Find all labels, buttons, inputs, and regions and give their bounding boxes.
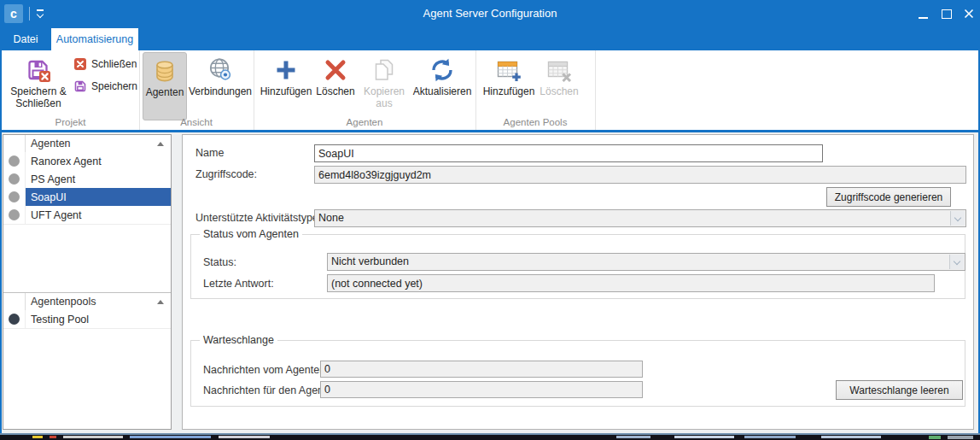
save-and-close-button[interactable]: Speichern &Schließen [6, 52, 71, 120]
save-icon [73, 79, 87, 93]
ribbon-group-projekt: Speichern &Schließen Schließen Speichern… [2, 50, 140, 130]
refresh-agents-button[interactable]: Aktualisieren [411, 52, 473, 120]
agent-row-ranorex[interactable]: Ranorex Agent [3, 152, 171, 171]
group-label-projekt: Projekt [2, 117, 139, 127]
agent-row-ps[interactable]: PS Agent [3, 170, 171, 189]
close-button[interactable] [958, 1, 980, 26]
app-window: c Agent Server Configuration Datei Autom… [0, 0, 980, 440]
add-pool-label: Hinzufügen [483, 86, 535, 98]
ribbon-group-ansicht: Agenten Verbindungen Ansicht [139, 50, 254, 130]
agent-row-soapui[interactable]: SoapUI [3, 188, 171, 207]
delete-agent-button[interactable]: Löschen [314, 52, 357, 120]
add-agent-label: Hinzufügen [260, 86, 312, 98]
agents-list-header-label: Agenten [26, 138, 157, 150]
connections-globe-icon [207, 56, 234, 84]
agents-side-panel: Agenten Ranorex Agent PS Agent SoapUI UF… [3, 134, 172, 430]
window-border-left [0, 0, 2, 435]
chevron-down-icon [949, 255, 964, 269]
queue-group-legend: Warteschlange [200, 334, 277, 346]
close-project-button[interactable]: Schließen [73, 56, 137, 73]
delete-x-icon [322, 56, 349, 84]
chevron-down-icon[interactable] [950, 211, 965, 226]
taskbar-fragment [130, 436, 211, 438]
access-code-input[interactable] [314, 166, 966, 184]
messages-from-agent-label: Nachrichten vom Agenten: [203, 364, 329, 376]
pool-row-label: Testing Pool [26, 310, 171, 328]
agents-view-button[interactable]: Agenten [143, 52, 187, 120]
maximize-button[interactable] [936, 1, 958, 26]
copy-from-button: Kopierenaus [359, 52, 409, 120]
copy-from-label-line2: aus [376, 97, 392, 109]
tab-datei[interactable]: Datei [3, 28, 48, 50]
ribbon-group-agenten-pools: Hinzufügen Löschen Agenten Pools [475, 50, 596, 130]
agent-row-label: UFT Agent [26, 206, 171, 224]
taskbar-fragment [929, 436, 941, 439]
taskbar-fragment [50, 436, 56, 438]
agents-list-header[interactable]: Agenten [3, 135, 171, 153]
generate-access-code-button[interactable]: Zugriffscode generieren [826, 187, 951, 207]
taskbar-fragment [63, 436, 123, 438]
refresh-icon [429, 56, 456, 84]
activity-types-dropdown[interactable]: None [314, 209, 966, 227]
status-label: Status: [203, 256, 236, 268]
clear-queue-button[interactable]: Warteschlange leeren [836, 380, 963, 400]
last-answer-label: Letzte Antwort: [203, 278, 274, 290]
agent-row-uft[interactable]: UFT Agent [3, 206, 171, 225]
agent-row-label: SoapUI [26, 188, 171, 206]
name-label: Name [195, 147, 224, 159]
agent-status-icon [9, 191, 20, 202]
agent-row-label: Ranorex Agent [26, 152, 171, 170]
agent-row-label: PS Agent [26, 170, 171, 188]
save-project-label: Speichern [91, 80, 137, 92]
pool-status-icon [9, 314, 20, 325]
add-plus-icon [272, 56, 300, 84]
taskbar-fragment [219, 436, 270, 438]
clear-queue-label: Warteschlange leeren [849, 384, 948, 396]
group-label-ansicht: Ansicht [139, 117, 254, 127]
status-column-header [3, 135, 26, 152]
status-value: Nicht verbunden [331, 254, 409, 270]
window-title: Agent Server Configuration [0, 0, 980, 27]
generate-access-code-label: Zugriffscode generieren [835, 191, 943, 203]
access-code-label: Zugriffscode: [195, 168, 257, 180]
connections-view-label: Verbindungen [189, 86, 252, 98]
taskbar-fragment [948, 436, 973, 439]
activity-types-value: None [318, 210, 344, 226]
table-delete-icon [545, 56, 573, 84]
pools-list-header[interactable]: Agentenpools [3, 292, 171, 311]
add-pool-button[interactable]: Hinzufügen [481, 52, 536, 120]
taskbar-fragment [616, 436, 650, 438]
messages-from-agent-input [320, 361, 643, 378]
agent-status-icon [9, 173, 20, 185]
group-label-agenten: Agenten [254, 117, 475, 127]
status-column-header [3, 293, 26, 310]
pool-row-testing[interactable]: Testing Pool [3, 310, 171, 329]
save-project-button[interactable]: Speichern [73, 78, 137, 95]
maximize-icon [942, 9, 952, 19]
sort-ascending-icon [157, 142, 164, 146]
queue-group: Warteschlange Nachrichten vom Agenten: N… [190, 340, 965, 407]
add-agent-button[interactable]: Hinzufügen [260, 52, 312, 120]
close-project-icon [73, 57, 87, 71]
tab-automatisierung[interactable]: Automatisierung [51, 28, 138, 50]
taskbar-fragment [32, 436, 43, 438]
agent-detail-panel: Name Zugriffscode: Zugriffscode generier… [182, 134, 974, 430]
sort-ascending-icon [157, 300, 164, 304]
status-dropdown: Nicht verbunden [327, 253, 965, 271]
delete-pool-button: Löschen [539, 52, 580, 120]
titlebar[interactable]: c Agent Server Configuration Datei Autom… [0, 0, 980, 50]
minimize-icon [919, 17, 928, 19]
name-input[interactable] [314, 144, 823, 162]
delete-pool-label: Löschen [540, 86, 578, 98]
copy-icon [370, 56, 398, 84]
save-close-icon [25, 56, 52, 84]
messages-for-agent-input [320, 381, 643, 398]
main-area: Agenten Ranorex Agent PS Agent SoapUI UF… [2, 132, 978, 433]
save-close-label-line2: Schließen [15, 97, 61, 109]
delete-agent-label: Löschen [316, 86, 354, 98]
taskbar-fragment [674, 436, 734, 438]
agent-status-icon [9, 155, 20, 167]
minimize-button[interactable] [912, 1, 934, 26]
connections-view-button[interactable]: Verbindungen [190, 52, 251, 120]
last-answer-input [327, 274, 935, 292]
